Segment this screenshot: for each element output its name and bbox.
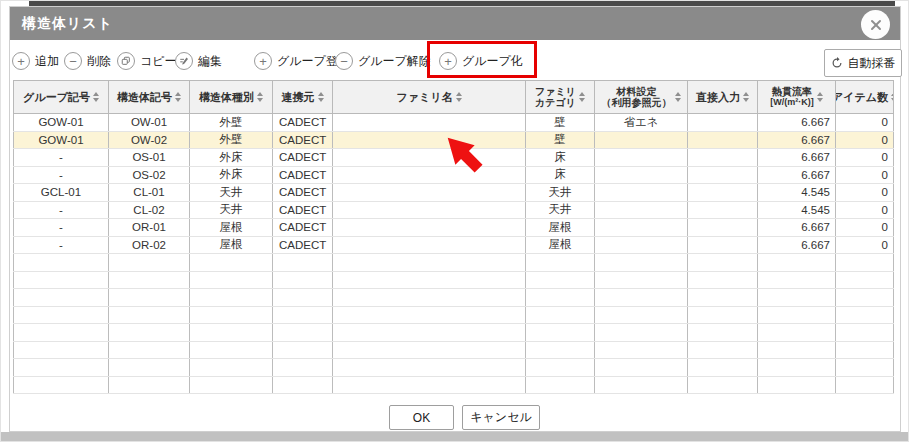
column-header-group-code[interactable]: グループ記号 xyxy=(14,81,109,114)
sort-icon xyxy=(579,92,585,102)
table-row[interactable]: GCL-01CL-01天井CADECT天井4.5450 xyxy=(14,184,894,202)
cell-empty xyxy=(190,376,273,394)
cell-empty xyxy=(273,271,333,289)
table-row[interactable]: -OS-02外床CADECT床6.6670 xyxy=(14,166,894,184)
cell-empty xyxy=(836,306,894,324)
ok-button[interactable]: OK xyxy=(389,405,454,430)
background-window-bottom-edge xyxy=(1,432,909,441)
column-header-item-count[interactable]: アイテム数 xyxy=(836,81,894,114)
cell-source: CADECT xyxy=(273,131,333,149)
copy-button[interactable]: コピー xyxy=(117,52,177,70)
cell-code: OR-01 xyxy=(109,219,190,237)
table-row-empty[interactable] xyxy=(14,324,894,342)
cell-direct xyxy=(688,114,758,132)
cell-empty xyxy=(333,324,526,342)
add-button-label: 追加 xyxy=(35,53,59,70)
cell-empty xyxy=(109,324,190,342)
table-row[interactable]: -CL-02天井CADECT天井4.5450 xyxy=(14,201,894,219)
cell-empty xyxy=(14,254,109,272)
cell-group: GOW-01 xyxy=(14,131,109,149)
cell-empty xyxy=(758,341,836,359)
cell-direct xyxy=(688,166,758,184)
cell-material xyxy=(595,131,688,149)
table-row-empty[interactable] xyxy=(14,376,894,394)
cell-empty xyxy=(14,341,109,359)
cell-empty xyxy=(836,341,894,359)
cell-empty xyxy=(190,271,273,289)
table-row[interactable]: -OS-01外床CADECT床6.6670 xyxy=(14,149,894,167)
cell-category: 床 xyxy=(526,166,595,184)
cell-direct xyxy=(688,201,758,219)
cell-group: - xyxy=(14,219,109,237)
cell-empty xyxy=(758,254,836,272)
table-row-empty[interactable] xyxy=(14,289,894,307)
column-header-direct-input[interactable]: 直接入力 xyxy=(688,81,758,114)
cell-heat: 6.667 xyxy=(758,219,836,237)
cell-group: GOW-01 xyxy=(14,114,109,132)
table-row-empty[interactable] xyxy=(14,271,894,289)
column-header-family-name[interactable]: ファミリ名 xyxy=(333,81,526,114)
column-header-material[interactable]: 材料設定 （利用参照元） xyxy=(595,81,688,114)
delete-button[interactable]: − 削除 xyxy=(64,52,111,70)
table-row[interactable]: GOW-01OW-01外壁CADECT壁省エネ6.6670 xyxy=(14,114,894,132)
cell-empty xyxy=(836,271,894,289)
column-header-structure-code[interactable]: 構造体記号 xyxy=(109,81,190,114)
cell-empty xyxy=(526,289,595,307)
column-header-heat-transmittance[interactable]: 熱貫流率 [W/(m²·K)] xyxy=(758,81,836,114)
structure-table: グループ記号 構造体記号 構造体種別 連携元 xyxy=(13,80,894,394)
cell-empty xyxy=(526,254,595,272)
cell-empty xyxy=(333,341,526,359)
cell-source: CADECT xyxy=(273,184,333,202)
group-release-button[interactable]: − グループ解除 xyxy=(335,52,431,70)
cell-family xyxy=(333,166,526,184)
table-row-empty[interactable] xyxy=(14,341,894,359)
cell-empty xyxy=(333,254,526,272)
cell-category: 天井 xyxy=(526,184,595,202)
cell-heat: 6.667 xyxy=(758,114,836,132)
cell-empty xyxy=(758,306,836,324)
cell-direct xyxy=(688,219,758,237)
cell-family xyxy=(333,184,526,202)
group-button[interactable]: + グループ化 xyxy=(439,52,523,70)
table-row[interactable]: -OR-02屋根CADECT屋根6.6670 xyxy=(14,236,894,254)
close-button[interactable] xyxy=(861,10,890,39)
column-header-link-source[interactable]: 連携元 xyxy=(273,81,333,114)
cell-empty xyxy=(526,271,595,289)
delete-button-label: 削除 xyxy=(87,53,111,70)
table-row-empty[interactable] xyxy=(14,254,894,272)
cell-type: 外壁 xyxy=(190,131,273,149)
table-row[interactable]: GOW-01OW-02外壁CADECT壁6.6670 xyxy=(14,131,894,149)
refresh-icon xyxy=(831,57,843,69)
cell-empty xyxy=(14,376,109,394)
sort-icon xyxy=(456,92,462,102)
cell-empty xyxy=(333,376,526,394)
cell-heat: 6.667 xyxy=(758,166,836,184)
cell-material xyxy=(595,236,688,254)
cell-empty xyxy=(836,359,894,377)
cancel-button[interactable]: キャンセル xyxy=(462,405,540,430)
edit-button[interactable]: 編集 xyxy=(175,52,222,70)
cell-group: GCL-01 xyxy=(14,184,109,202)
cell-empty xyxy=(273,289,333,307)
cell-empty xyxy=(836,376,894,394)
column-header-structure-type[interactable]: 構造体種別 xyxy=(190,81,273,114)
copy-icon xyxy=(117,52,135,70)
table-row-empty[interactable] xyxy=(14,359,894,377)
cell-category: 壁 xyxy=(526,114,595,132)
cell-empty xyxy=(273,254,333,272)
cell-group: - xyxy=(14,166,109,184)
add-button[interactable]: + 追加 xyxy=(12,52,59,70)
edit-button-label: 編集 xyxy=(198,53,222,70)
cell-empty xyxy=(688,289,758,307)
table-row-empty[interactable] xyxy=(14,306,894,324)
cell-category: 壁 xyxy=(526,131,595,149)
cell-type: 屋根 xyxy=(190,219,273,237)
column-header-family-category[interactable]: ファミリ カテゴリ xyxy=(526,81,595,114)
cell-empty xyxy=(758,376,836,394)
sort-icon xyxy=(318,92,324,102)
cell-empty xyxy=(190,324,273,342)
table-row[interactable]: -OR-01屋根CADECT屋根6.6670 xyxy=(14,219,894,237)
minus-icon: − xyxy=(335,52,353,70)
auto-number-button[interactable]: 自動採番 xyxy=(824,49,902,77)
cell-category: 屋根 xyxy=(526,236,595,254)
